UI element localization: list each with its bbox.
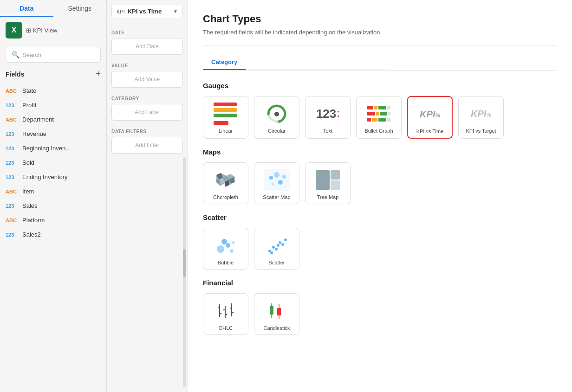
- field-type-123: 123: [6, 232, 19, 238]
- kpi-time-icon: KPI%: [416, 103, 444, 125]
- chart-card-ohlc[interactable]: OHLC: [203, 293, 248, 335]
- tabs-bar: Data Settings: [0, 0, 106, 17]
- chart-card-candlestick[interactable]: Candlestick: [254, 293, 299, 335]
- field-name-ending-inventory: Ending Inventory: [22, 174, 68, 180]
- bullet-icon: [367, 106, 390, 122]
- value-section-label: VALUE: [111, 63, 183, 68]
- add-label-placeholder[interactable]: Add Label: [111, 104, 183, 121]
- add-filter-placeholder[interactable]: Add Filter: [111, 137, 183, 154]
- cat-tab-6[interactable]: [357, 55, 385, 70]
- tab-data[interactable]: Data: [0, 0, 53, 17]
- svg-rect-7: [316, 170, 330, 190]
- circular-label: Circular: [268, 128, 286, 134]
- chevron-down-icon: ▼: [173, 9, 178, 14]
- svg-point-11: [226, 243, 230, 248]
- kpi-target-icon: KPI%: [467, 103, 495, 125]
- choropleth-icon: [213, 169, 239, 191]
- add-value-placeholder[interactable]: Add Value: [111, 71, 183, 88]
- treemap-icon: [315, 169, 341, 191]
- cat-tab-2[interactable]: [246, 55, 273, 70]
- cat-tab-5[interactable]: [329, 55, 357, 70]
- field-item-revenue[interactable]: 123 Revenue: [0, 127, 106, 141]
- field-item-state[interactable]: ABC State: [0, 84, 106, 98]
- field-name-item: Item: [22, 188, 34, 195]
- app-header: X ⊞ KPI View: [0, 17, 106, 43]
- filters-section-label: DATA FILTERS: [111, 129, 183, 134]
- gauges-section-title: Gauges: [203, 82, 557, 90]
- chart-card-bubble[interactable]: Bubble: [203, 228, 248, 270]
- chart-card-circular[interactable]: Circular: [254, 96, 299, 139]
- search-box[interactable]: 🔍 Search: [6, 47, 101, 63]
- field-item-beginning-inven[interactable]: 123 Beginning Inven...: [0, 141, 106, 155]
- field-item-sales2[interactable]: 123 Sales2: [0, 227, 106, 242]
- chart-card-choropleth[interactable]: Choropleth: [203, 162, 248, 204]
- choropleth-label: Choropleth: [213, 194, 238, 200]
- text-icon-area: 123 ● ●: [314, 102, 342, 125]
- ohlc-label: OHLC: [219, 325, 233, 331]
- field-item-profit[interactable]: 123 Profit: [0, 98, 106, 112]
- kpi-target-icon-area: KPI%: [467, 102, 495, 125]
- cat-tab-4[interactable]: [301, 55, 329, 70]
- scatter-map-icon: [264, 169, 290, 191]
- kpi-view-label: ⊞ KPI View: [26, 27, 58, 34]
- svg-rect-8: [331, 170, 340, 180]
- kpi-time-label: KPI vs Time: [416, 129, 444, 134]
- svg-point-17: [275, 248, 278, 251]
- svg-point-10: [217, 245, 224, 253]
- field-item-platform[interactable]: ABC Platform: [0, 213, 106, 227]
- category-section: CATEGORY Add Label: [111, 91, 183, 124]
- field-item-sales[interactable]: 123 Sales: [0, 199, 106, 213]
- svg-point-4: [278, 180, 283, 185]
- field-item-ending-inventory[interactable]: 123 Ending Inventory: [0, 170, 106, 184]
- circular-icon-area: [263, 102, 291, 125]
- linear-label: Linear: [219, 128, 233, 134]
- svg-point-18: [279, 241, 281, 244]
- value-section: VALUE Add Value: [111, 58, 183, 91]
- chart-card-text[interactable]: 123 ● ● Text: [305, 96, 351, 139]
- chart-card-bullet-graph[interactable]: Bullet Graph: [356, 96, 402, 139]
- svg-point-3: [274, 172, 280, 178]
- bullet-row-1: [367, 106, 390, 109]
- chart-card-kpi-vs-target[interactable]: KPI% KPI vs Target: [458, 96, 504, 139]
- bubble-label: Bubble: [218, 260, 234, 265]
- chart-card-scatter-map[interactable]: Scatter Map: [254, 162, 299, 204]
- svg-point-19: [281, 243, 284, 246]
- field-type-abc: ABC: [6, 189, 19, 194]
- divider: [203, 45, 557, 45]
- svg-point-16: [272, 246, 275, 249]
- text-label: Text: [323, 128, 332, 134]
- scatter-map-icon-area: [263, 168, 291, 192]
- svg-point-13: [221, 239, 227, 244]
- grid-icon: ⊞: [26, 27, 31, 34]
- financial-section-title: Financial: [203, 279, 557, 287]
- scatter-section-title: Scatter: [203, 213, 557, 221]
- svg-point-5: [272, 183, 274, 186]
- tab-settings[interactable]: Settings: [53, 0, 107, 17]
- linear-icon-area: [212, 102, 240, 125]
- field-name-profit: Profit: [22, 102, 36, 109]
- chart-card-scatter[interactable]: Scatter: [254, 228, 299, 270]
- add-date-placeholder[interactable]: Add Date: [111, 38, 183, 55]
- search-container: 🔍 Search: [0, 43, 106, 66]
- svg-point-22: [277, 244, 280, 247]
- chart-selector[interactable]: KPI KPI vs Time ▼: [111, 5, 183, 18]
- right-panel: Chart Types The required fields will be …: [188, 0, 572, 392]
- chart-card-kpi-vs-time[interactable]: KPI% KPI vs Time: [407, 96, 453, 139]
- field-item-sold[interactable]: 123 Sold: [0, 155, 106, 170]
- ohlc-icon-area: [212, 299, 240, 322]
- add-field-button[interactable]: +: [96, 69, 101, 79]
- field-type-abc: ABC: [6, 117, 19, 122]
- gauges-chart-grid: Linear Circular 123 ● ●: [203, 96, 557, 139]
- field-name-sales2: Sales2: [22, 231, 41, 238]
- chart-card-linear[interactable]: Linear: [203, 96, 248, 139]
- cat-tab-category[interactable]: Category: [203, 55, 246, 70]
- field-item-department[interactable]: ABC Department: [0, 112, 106, 127]
- treemap-label: Tree Map: [317, 194, 339, 200]
- cat-tab-3[interactable]: [273, 55, 301, 70]
- bullet-row-2: [367, 112, 390, 116]
- excel-icon: X: [6, 22, 22, 39]
- field-item-item[interactable]: ABC Item: [0, 184, 106, 199]
- chart-card-tree-map[interactable]: Tree Map: [305, 162, 351, 204]
- svg-rect-36: [277, 308, 281, 315]
- kpi-target-label: KPI vs Target: [466, 128, 496, 134]
